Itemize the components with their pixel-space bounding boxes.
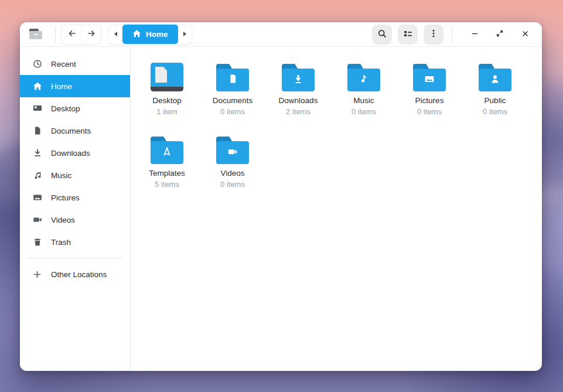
folder-name: Pictures bbox=[415, 96, 444, 106]
folder-item-count: 1 item bbox=[156, 106, 177, 117]
folder-downloads[interactable]: Downloads2 items bbox=[265, 53, 331, 117]
back-button[interactable] bbox=[62, 25, 81, 44]
trash-icon bbox=[32, 237, 42, 247]
folder-templates[interactable]: Templates5 items bbox=[134, 125, 200, 190]
sidebar-item-label: Music bbox=[51, 171, 71, 180]
menu-button[interactable] bbox=[424, 25, 443, 45]
headerbar-separator bbox=[452, 27, 452, 42]
music-emblem-icon bbox=[359, 73, 370, 87]
sidebar-item-label: Documents bbox=[51, 127, 91, 135]
search-icon bbox=[377, 29, 387, 40]
sidebar: RecentHomeDesktopDocumentsDownloadsMusic… bbox=[20, 47, 131, 371]
home-icon bbox=[32, 81, 42, 91]
folder-item-count: 0 items bbox=[220, 106, 245, 117]
chevron-left-icon bbox=[113, 30, 118, 39]
folder-item-count: 0 items bbox=[417, 106, 442, 117]
desktop-icon bbox=[32, 104, 42, 114]
download-emblem-icon bbox=[292, 73, 304, 87]
sidebar-divider bbox=[27, 258, 123, 258]
folder-item-count: 2 items bbox=[286, 106, 310, 117]
document-emblem bbox=[155, 67, 167, 83]
sidebar-item-label: Downloads bbox=[51, 149, 90, 158]
folder-icon bbox=[151, 130, 183, 164]
history-nav-group bbox=[62, 24, 101, 45]
restore-button[interactable] bbox=[491, 26, 509, 43]
sidebar-item-trash[interactable]: Trash bbox=[20, 231, 130, 253]
document-emblem-icon bbox=[227, 73, 238, 87]
breadcrumb-prev-button[interactable] bbox=[109, 25, 122, 44]
clock-icon bbox=[32, 59, 42, 69]
minimize-icon bbox=[471, 30, 479, 39]
close-button[interactable] bbox=[516, 26, 534, 43]
sidebar-item-label: Videos bbox=[51, 216, 75, 224]
sidebar-item-label: Desktop bbox=[51, 104, 80, 113]
sidebar-item-other-locations[interactable]: Other Locations bbox=[20, 263, 130, 285]
sidebar-item-pictures[interactable]: Pictures bbox=[20, 186, 130, 209]
sidebar-item-label: Home bbox=[51, 82, 72, 91]
sidebar-item-downloads[interactable]: Downloads bbox=[20, 142, 130, 164]
folder-name: Downloads bbox=[279, 96, 318, 106]
sidebar-item-home[interactable]: Home bbox=[20, 75, 130, 97]
sidebar-item-label: Other Locations bbox=[51, 270, 107, 279]
sidebar-item-desktop[interactable]: Desktop bbox=[20, 97, 130, 120]
sidebar-item-videos[interactable]: Videos bbox=[20, 209, 130, 231]
camera-emblem-icon bbox=[227, 146, 238, 160]
breadcrumb-current-location[interactable]: Home bbox=[122, 25, 178, 44]
image-emblem-icon bbox=[424, 73, 435, 87]
breadcrumb: Home bbox=[108, 24, 192, 45]
folder-icon bbox=[282, 57, 315, 91]
folder-icon bbox=[413, 57, 446, 91]
desktop-bar bbox=[151, 87, 183, 91]
arrow-right-icon bbox=[87, 29, 96, 40]
image-icon bbox=[32, 193, 42, 203]
search-button[interactable] bbox=[372, 25, 392, 45]
sidebar-item-label: Trash bbox=[51, 238, 71, 247]
list-view-icon bbox=[403, 29, 413, 40]
document-icon bbox=[32, 126, 42, 136]
folder-item-count: 0 items bbox=[220, 179, 245, 190]
sidebar-item-documents[interactable]: Documents bbox=[20, 120, 130, 142]
sidebar-item-recent[interactable]: Recent bbox=[20, 53, 130, 75]
breadcrumb-label: Home bbox=[146, 30, 168, 39]
folder-public[interactable]: Public0 items bbox=[462, 53, 528, 117]
folder-icon bbox=[347, 57, 380, 91]
desktop-folder-icon bbox=[151, 57, 183, 91]
camera-icon bbox=[32, 215, 42, 225]
folder-item-count: 0 items bbox=[483, 106, 507, 117]
file-browser-content[interactable]: Desktop1 itemDocuments0 itemsDownloads2 … bbox=[131, 47, 542, 371]
folder-name: Videos bbox=[220, 168, 244, 179]
compass-emblem-icon bbox=[161, 146, 173, 160]
sidebar-item-label: Recent bbox=[51, 60, 76, 69]
close-icon bbox=[521, 30, 529, 39]
breadcrumb-next-button[interactable] bbox=[178, 25, 192, 44]
folder-documents[interactable]: Documents0 items bbox=[200, 53, 265, 117]
plus-icon bbox=[32, 270, 42, 279]
minimize-button[interactable] bbox=[466, 26, 483, 43]
folder-name: Desktop bbox=[152, 96, 182, 106]
sidebar-item-music[interactable]: Music bbox=[20, 164, 130, 186]
folder-music[interactable]: Music0 items bbox=[331, 53, 397, 117]
restore-icon bbox=[496, 29, 504, 39]
folder-name: Public bbox=[484, 96, 506, 106]
folder-icon bbox=[216, 57, 249, 91]
folder-item-count: 5 items bbox=[155, 179, 179, 190]
forward-button[interactable] bbox=[81, 25, 101, 44]
person-emblem-icon bbox=[489, 73, 501, 87]
headerbar-separator bbox=[55, 27, 56, 42]
headerbar: Home bbox=[20, 22, 542, 47]
folder-icon bbox=[479, 57, 511, 91]
folder-videos[interactable]: Videos0 items bbox=[200, 125, 265, 190]
arrow-left-icon bbox=[67, 29, 77, 40]
folder-icon bbox=[216, 130, 249, 164]
files-app-icon bbox=[29, 29, 43, 40]
view-toggle-button[interactable] bbox=[398, 25, 418, 45]
sidebar-item-label: Pictures bbox=[51, 193, 80, 202]
home-icon bbox=[132, 29, 141, 40]
folder-name: Documents bbox=[213, 96, 253, 106]
folder-name: Music bbox=[353, 96, 374, 106]
folder-item-count: 0 items bbox=[352, 106, 376, 117]
folder-desktop[interactable]: Desktop1 item bbox=[134, 53, 200, 117]
files-window: Home bbox=[20, 22, 542, 371]
chevron-right-icon bbox=[182, 30, 187, 39]
folder-pictures[interactable]: Pictures0 items bbox=[397, 53, 462, 117]
